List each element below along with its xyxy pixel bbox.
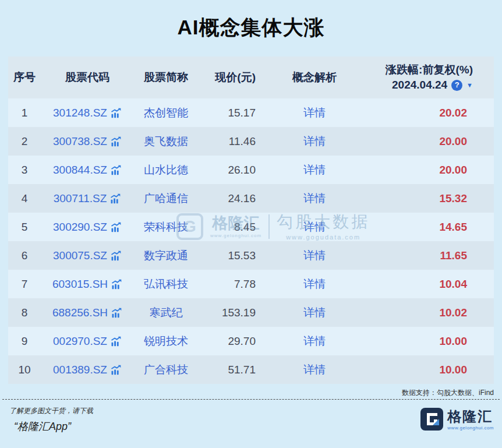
row-index: 9 [8,335,41,348]
header-change: 涨跌幅:前复权(%) 2024.04.24 ? ▼ [370,62,494,93]
stock-code-link[interactable]: 603015.SH [52,278,108,291]
stock-change-percent: 20.00 [370,164,494,177]
detail-link[interactable]: 详情 [303,135,326,147]
gelonghui-logo-url: www.gelonghui.com [447,426,494,431]
stock-price: 26.10 [198,164,259,177]
row-index: 3 [8,164,41,177]
stock-name: 弘讯科技 [134,277,198,292]
help-icon[interactable]: ? [451,80,462,91]
stock-change-percent: 20.00 [370,135,494,148]
gelonghui-logo-text: 格隆汇 [447,410,494,424]
header-name: 股票简称 [134,70,198,85]
stock-code-link[interactable]: 001389.SZ [53,364,107,376]
row-index: 10 [8,364,41,376]
row-index: 1 [8,107,41,119]
stock-name: 杰创智能 [134,105,198,121]
stock-name: 数字政通 [134,248,198,263]
footer-divider [2,399,500,400]
stock-code-link[interactable]: 300075.SZ [53,249,107,262]
trend-chart-icon[interactable] [111,278,122,290]
stock-change-percent: 10.00 [370,364,494,376]
stock-price: 11.46 [198,135,259,148]
stock-change-percent: 10.04 [370,278,494,291]
detail-link[interactable]: 详情 [303,249,326,262]
header-change-date: 2024.04.24 [392,77,447,93]
stock-table: 序号 股票代码 股票简称 现价(元) 概念解析 涨跌幅:前复权(%) 2024.… [8,57,494,384]
stock-name: 广合科技 [134,362,198,378]
promo-line2: “格隆汇App” [14,419,93,433]
detail-link[interactable]: 详情 [303,335,326,347]
gelonghui-logo-icon [420,407,444,431]
table-row: 1 301248.SZ 杰创智能 15.17 详情 20.02 [8,98,494,127]
header-price: 现价(元) [198,70,259,85]
detail-link[interactable]: 详情 [303,107,326,119]
stock-name: 锐明技术 [134,334,198,349]
stock-price: 24.16 [198,192,259,205]
trend-chart-icon[interactable] [110,250,122,262]
table-row: 4 300711.SZ 广哈通信 24.16 详情 15.32 [8,184,494,213]
stock-price: 29.70 [198,335,259,348]
promo-line1: 了解更多图文干货，请下载 [9,406,93,416]
stock-code-link[interactable]: 300290.SZ [53,221,107,234]
stock-code-link[interactable]: 300738.SZ [53,135,107,148]
stock-price: 7.78 [198,278,259,291]
header-concept: 概念解析 [259,70,370,85]
stock-code-link[interactable]: 301248.SZ [53,107,107,119]
table-row: 10 001389.SZ 广合科技 51.71 详情 10.00 [8,355,494,384]
trend-chart-icon[interactable] [110,364,122,376]
row-index: 8 [8,306,41,319]
table-row: 9 002970.SZ 锐明技术 29.70 详情 10.00 [8,327,494,355]
row-index: 5 [8,221,41,234]
stock-change-percent: 10.00 [370,335,494,348]
stock-code-link[interactable]: 300844.SZ [53,164,107,177]
table-row: 8 688256.SH 寒武纪 153.19 详情 10.02 [8,298,494,327]
detail-link[interactable]: 详情 [303,192,326,204]
detail-link[interactable]: 详情 [303,164,326,176]
stock-price: 15.53 [198,249,259,262]
header-code: 股票代码 [41,70,134,85]
trend-chart-icon[interactable] [110,107,122,119]
table-row: 3 300844.SZ 山水比德 26.10 详情 20.00 [8,156,494,184]
row-index: 7 [8,278,41,291]
header-index: 序号 [8,70,41,85]
stock-code-link[interactable]: 002970.SZ [53,335,107,348]
stock-name: 奥飞数据 [134,134,198,149]
detail-link[interactable]: 详情 [303,364,326,376]
header-code-label: 股票代码 [65,70,109,85]
trend-chart-icon[interactable] [111,307,122,319]
detail-link[interactable]: 详情 [303,221,326,233]
detail-link[interactable]: 详情 [303,306,326,319]
trend-chart-icon[interactable] [110,221,122,233]
stock-table-body: 1 301248.SZ 杰创智能 15.17 详情 20.02 2 300738… [8,98,494,384]
data-support-note: 数据支持：勾股大数据、iFind [402,388,494,398]
stock-name: 山水比德 [134,163,198,178]
table-row: 6 300075.SZ 数字政通 15.53 详情 11.65 [8,241,494,270]
trend-chart-icon[interactable] [110,164,122,176]
trend-chart-icon[interactable] [110,136,122,147]
row-index: 2 [8,135,41,148]
stock-code-link[interactable]: 300711.SZ [54,192,107,205]
promo-text: 了解更多图文干货，请下载 “格隆汇App” [9,406,93,433]
row-index: 6 [8,249,41,262]
sort-descending-icon[interactable]: ▼ [466,77,473,93]
stock-price: 51.71 [198,364,259,376]
table-row: 5 300290.SZ 荣科科技 8.45 详情 14.65 [8,213,494,241]
gelonghui-logo: 格隆汇 www.gelonghui.com [420,407,494,431]
stock-price: 153.19 [198,306,259,319]
stock-change-percent: 11.65 [370,249,494,262]
header-change-label: 涨跌幅:前复权(%) [386,62,473,77]
table-row: 2 300738.SZ 奥飞数据 11.46 详情 20.00 [8,127,494,156]
page-title: AI概念集体大涨 [0,14,502,41]
trend-chart-icon[interactable] [110,336,122,347]
stock-change-percent: 10.02 [370,306,494,319]
stock-code-link[interactable]: 688256.SH [52,306,108,319]
stock-change-percent: 20.02 [370,107,494,119]
stock-price: 15.17 [198,107,259,119]
table-header-row: 序号 股票代码 股票简称 现价(元) 概念解析 涨跌幅:前复权(%) 2024.… [8,57,494,98]
stock-name: 广哈通信 [134,191,198,206]
stock-name: 荣科科技 [134,220,198,235]
trend-chart-icon[interactable] [109,193,121,204]
stock-change-percent: 15.32 [370,192,494,205]
table-row: 7 603015.SH 弘讯科技 7.78 详情 10.04 [8,270,494,298]
detail-link[interactable]: 详情 [303,278,326,290]
